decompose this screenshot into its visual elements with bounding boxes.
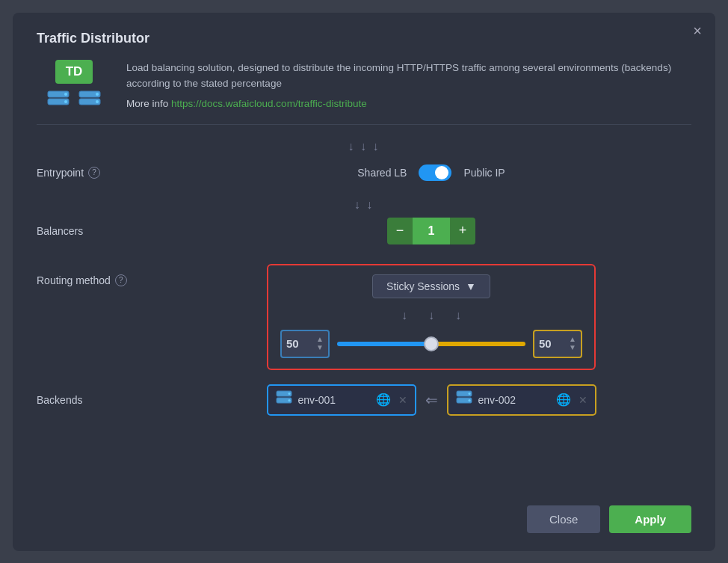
routing-dropdown-row: Sticky Sessions ▼ bbox=[280, 274, 582, 298]
close-x-button[interactable]: × bbox=[693, 23, 702, 38]
header-section: TD bbox=[37, 60, 691, 125]
routing-dropdown-value: Sticky Sessions bbox=[386, 280, 460, 292]
routing-control: Sticky Sessions ▼ ↓ ↓ ↓ 50 bbox=[171, 264, 691, 370]
routing-row: Routing method ? Sticky Sessions ▼ ↓ ↓ ↓ bbox=[37, 261, 691, 370]
backend-left-box: env-001 🌐 ✕ bbox=[267, 384, 416, 416]
traffic-slider-track[interactable] bbox=[337, 342, 525, 346]
more-info-link[interactable]: https://docs.wafaicloud.com/traffic-dist… bbox=[171, 98, 367, 109]
close-button[interactable]: Close bbox=[527, 505, 600, 533]
more-info-row: More info https://docs.wafaicloud.com/tr… bbox=[126, 98, 691, 109]
entrypoint-row: Entrypoint ? Shared LB Public IP bbox=[37, 156, 691, 189]
right-ratio-value: 50 bbox=[539, 337, 552, 350]
left-ratio-up-button[interactable]: ▲ bbox=[316, 336, 324, 343]
server-icon-left bbox=[46, 90, 70, 111]
td-badge: TD bbox=[55, 60, 93, 84]
public-ip-label: Public IP bbox=[463, 167, 505, 179]
svg-point-3 bbox=[64, 100, 67, 103]
shared-lb-label: Shared LB bbox=[357, 167, 407, 179]
entrypoint-help-icon[interactable]: ? bbox=[88, 167, 100, 179]
apply-button[interactable]: Apply bbox=[609, 505, 691, 533]
backend-right-globe-icon[interactable]: 🌐 bbox=[556, 393, 571, 407]
footer: Close Apply bbox=[527, 505, 691, 533]
svg-point-14 bbox=[468, 393, 470, 395]
traffic-distributor-dialog: × Traffic Distributor TD bbox=[13, 13, 715, 551]
svg-point-2 bbox=[64, 93, 67, 96]
routing-arrow-2: ↓ bbox=[428, 309, 434, 322]
right-ratio-up-button[interactable]: ▲ bbox=[569, 336, 576, 343]
traffic-slider-thumb[interactable] bbox=[424, 336, 439, 351]
down-arrows-balancers: ↓ ↓ bbox=[354, 198, 374, 212]
backends-area: env-001 🌐 ✕ ⇐ bbox=[171, 384, 691, 416]
dropdown-arrow-icon: ▼ bbox=[466, 280, 476, 292]
left-ratio-arrows: ▲ ▼ bbox=[316, 336, 324, 351]
svg-point-6 bbox=[96, 93, 99, 96]
left-ratio-spinner: 50 ▲ ▼ bbox=[280, 330, 330, 358]
backend-left-name: env-001 bbox=[298, 394, 370, 406]
backend-left-globe-icon[interactable]: 🌐 bbox=[376, 393, 391, 407]
routing-label: Routing method ? bbox=[37, 274, 171, 286]
backend-left-icon bbox=[276, 390, 292, 410]
svg-point-15 bbox=[468, 399, 470, 402]
routing-box: Sticky Sessions ▼ ↓ ↓ ↓ 50 bbox=[267, 264, 596, 370]
entrypoint-control: Shared LB Public IP bbox=[171, 164, 691, 181]
right-ratio-spinner: 50 ▲ ▼ bbox=[533, 330, 582, 358]
backends-row: Backends env-001 � bbox=[37, 384, 691, 416]
more-info-label: More info bbox=[126, 98, 168, 109]
routing-arrow-1: ↓ bbox=[401, 309, 407, 322]
balancers-label: Balancers bbox=[37, 225, 171, 237]
left-ratio-down-button[interactable]: ▼ bbox=[316, 344, 324, 351]
description-area: Load balancing solution, designed to dis… bbox=[126, 60, 691, 109]
backend-left-close-icon[interactable]: ✕ bbox=[398, 394, 407, 406]
entrypoint-toggle-row: Shared LB Public IP bbox=[357, 164, 505, 181]
routing-help-icon[interactable]: ? bbox=[115, 274, 127, 286]
routing-arrow-3: ↓ bbox=[455, 309, 461, 322]
balancer-spinner: − 1 + bbox=[387, 218, 475, 244]
backend-right-box: env-002 🌐 ✕ bbox=[447, 384, 596, 416]
balancers-control: − 1 + bbox=[171, 218, 691, 244]
routing-arrows-row: ↓ ↓ ↓ bbox=[280, 309, 582, 322]
backends-label: Backends bbox=[37, 394, 171, 406]
balancer-value: 1 bbox=[413, 218, 450, 244]
balancers-row: Balancers − 1 + bbox=[37, 215, 691, 247]
dialog-title: Traffic Distributor bbox=[37, 31, 691, 46]
entrypoint-label: Entrypoint ? bbox=[37, 167, 171, 179]
backends-control: env-001 🌐 ✕ ⇐ bbox=[171, 384, 691, 416]
routing-dropdown[interactable]: Sticky Sessions ▼ bbox=[372, 274, 490, 298]
entrypoint-toggle[interactable] bbox=[419, 164, 451, 181]
form-section: ↓ ↓ ↓ Entrypoint ? Shared LB Public IP ↓… bbox=[37, 140, 691, 416]
backend-right-name: env-002 bbox=[478, 394, 550, 406]
td-icon-row bbox=[46, 90, 102, 111]
td-logo: TD bbox=[37, 60, 111, 111]
right-ratio-arrows: ▲ ▼ bbox=[569, 336, 576, 351]
svg-point-10 bbox=[288, 393, 290, 395]
traffic-ratio-inner: 50 ▲ ▼ 50 ▲ bbox=[280, 330, 582, 358]
svg-point-11 bbox=[288, 399, 290, 402]
right-ratio-down-button[interactable]: ▼ bbox=[569, 344, 576, 351]
backend-right-close-icon[interactable]: ✕ bbox=[579, 394, 587, 406]
svg-point-7 bbox=[96, 100, 99, 103]
description-text: Load balancing solution, designed to dis… bbox=[126, 60, 691, 92]
down-arrows-entrypoint: ↓ ↓ ↓ bbox=[348, 140, 380, 153]
balancer-plus-button[interactable]: + bbox=[450, 218, 475, 244]
swap-backends-icon[interactable]: ⇐ bbox=[425, 391, 438, 409]
left-ratio-value: 50 bbox=[286, 337, 299, 350]
backend-right-icon bbox=[456, 390, 472, 410]
server-icon-right bbox=[78, 90, 102, 111]
balancer-minus-button[interactable]: − bbox=[387, 218, 413, 244]
